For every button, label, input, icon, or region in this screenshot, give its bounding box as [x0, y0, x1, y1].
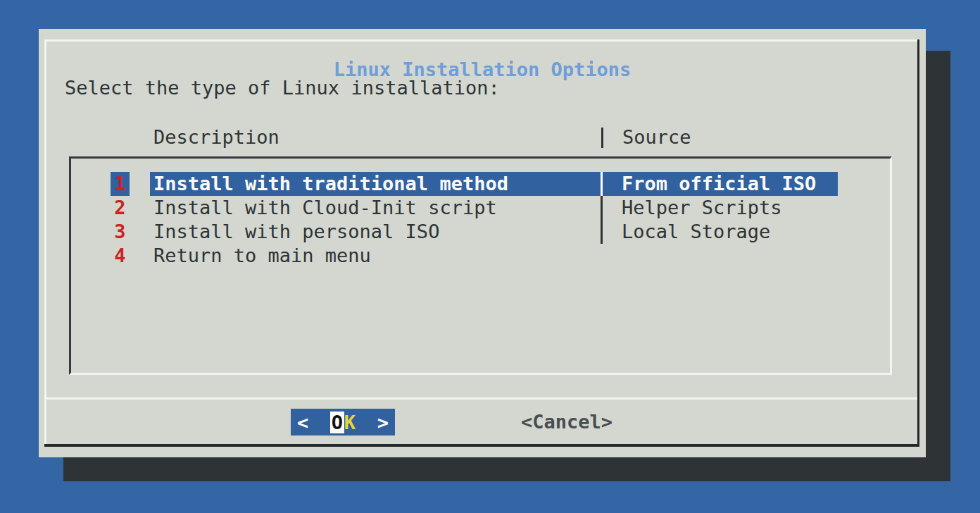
menu-item-description: Install with traditional method [153, 172, 508, 196]
column-header-row: Description Source [39, 125, 926, 149]
menu-item-description: Install with Cloud-Init script [153, 196, 497, 220]
menu-item-description: Install with personal ISO [153, 220, 439, 244]
dialog-border-right [917, 39, 919, 447]
dialog-border-bottom [44, 444, 919, 447]
menu-listbox: 1 Install with traditional method From o… [69, 156, 892, 375]
menu-item-4[interactable]: 4 Return to main menu [71, 244, 890, 268]
column-separator [601, 196, 603, 220]
dialog-border-top [44, 39, 919, 42]
menu-item-tag: 2 [111, 196, 130, 220]
column-separator [601, 220, 603, 244]
dialog-title: Linux Installation Options [327, 59, 639, 80]
source-column-header: Source [622, 125, 691, 149]
cancel-button[interactable]: <Cancel> [521, 409, 612, 435]
menu-item-tag: 1 [111, 172, 130, 196]
terminal-screen: Linux Installation Options Select the ty… [0, 0, 980, 513]
ok-label: OK [330, 412, 356, 433]
menu-item-tag: 3 [111, 220, 130, 244]
menu-item-tag: 4 [111, 244, 130, 268]
menu-item-source: Local Storage [622, 220, 770, 244]
dialog-window: Linux Installation Options Select the ty… [39, 29, 926, 457]
ok-right-bracket: > [377, 412, 389, 433]
menu-item-3[interactable]: 3 Install with personal ISO Local Storag… [71, 220, 890, 244]
ok-button[interactable]: < OK > [291, 409, 395, 435]
menu-item-1[interactable]: 1 Install with traditional method From o… [71, 172, 890, 196]
column-separator [601, 172, 603, 196]
ok-hotkey-char: K [344, 412, 356, 433]
ok-cursor-char: O [330, 412, 344, 433]
ok-left-bracket: < [297, 412, 308, 433]
menu-item-source: From official ISO [622, 172, 816, 196]
menu-item-description: Return to main menu [153, 244, 371, 268]
menu-item-2[interactable]: 2 Install with Cloud-Init script Helper … [71, 196, 890, 220]
menu-item-source: Helper Scripts [622, 196, 782, 220]
description-column-header: Description [153, 125, 279, 149]
column-separator [601, 128, 603, 148]
dialog-border-left [44, 39, 46, 447]
button-separator-line [44, 397, 917, 400]
